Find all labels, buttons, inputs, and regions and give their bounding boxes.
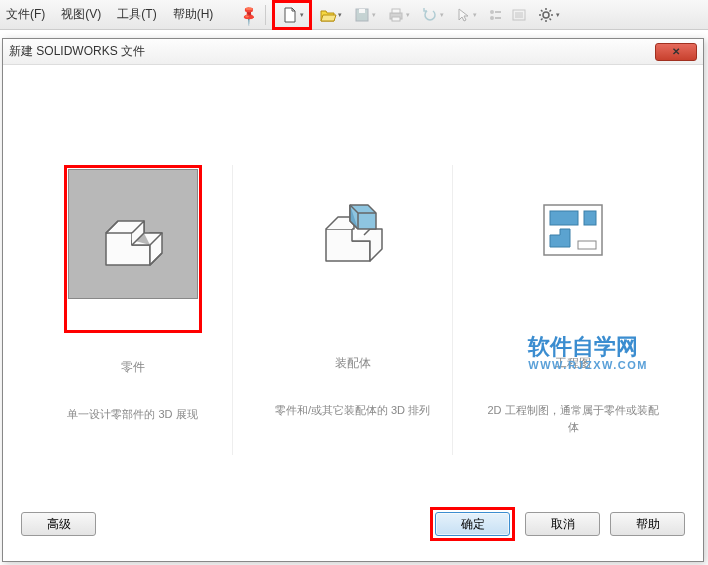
ok-button[interactable]: 确定 bbox=[435, 512, 510, 536]
dialog-body: 零件 单一设计零部件的 3D 展现 bbox=[3, 65, 703, 561]
chevron-down-icon: ▾ bbox=[300, 11, 304, 19]
chevron-down-icon: ▾ bbox=[473, 11, 477, 19]
open-button[interactable]: ▾ bbox=[314, 4, 346, 26]
svg-rect-23 bbox=[550, 211, 578, 225]
new-file-dialog: 新建 SOLIDWORKS 文件 ✕ bbox=[2, 38, 704, 562]
print-button[interactable]: ▾ bbox=[382, 4, 414, 26]
menu-help[interactable]: 帮助(H) bbox=[173, 6, 214, 23]
drawing-icon-wrap bbox=[508, 165, 638, 295]
dialog-title-text: 新建 SOLIDWORKS 文件 bbox=[9, 43, 145, 60]
chevron-down-icon: ▾ bbox=[372, 11, 376, 19]
assembly-icon-wrap bbox=[288, 165, 418, 295]
assembly-title: 装配体 bbox=[335, 355, 371, 372]
svg-line-20 bbox=[541, 18, 543, 20]
svg-rect-8 bbox=[495, 17, 501, 19]
menubar: 文件(F) 视图(V) 工具(T) 帮助(H) 📌 ▾ ▾ ▾ ▾ ▾ ▾ bbox=[0, 0, 708, 30]
highlight-part-option bbox=[64, 165, 202, 333]
svg-point-5 bbox=[490, 10, 494, 14]
dialog-titlebar: 新建 SOLIDWORKS 文件 ✕ bbox=[3, 39, 703, 65]
chevron-down-icon: ▾ bbox=[440, 11, 444, 19]
close-button[interactable]: ✕ bbox=[655, 43, 697, 61]
print-icon bbox=[387, 6, 405, 24]
button-row: 高级 确定 取消 帮助 bbox=[3, 495, 703, 561]
svg-line-18 bbox=[541, 10, 543, 12]
part-icon-wrap bbox=[68, 169, 198, 299]
new-file-button[interactable]: ▾ bbox=[276, 4, 308, 26]
assembly-desc: 零件和/或其它装配体的 3D 排列 bbox=[275, 402, 430, 419]
cursor-icon bbox=[456, 7, 472, 23]
open-folder-icon bbox=[319, 6, 337, 24]
svg-rect-3 bbox=[392, 9, 400, 13]
svg-point-13 bbox=[543, 12, 549, 18]
svg-line-19 bbox=[549, 18, 551, 20]
options-button[interactable] bbox=[508, 4, 530, 26]
list-icon bbox=[511, 7, 527, 23]
part-title: 零件 bbox=[121, 359, 145, 376]
drawing-title: 工程图 bbox=[555, 355, 591, 372]
highlight-ok-button: 确定 bbox=[430, 507, 515, 541]
chevron-down-icon: ▾ bbox=[338, 11, 342, 19]
highlight-new-file: ▾ bbox=[272, 0, 312, 30]
svg-rect-1 bbox=[359, 9, 365, 13]
part-desc: 单一设计零部件的 3D 展现 bbox=[67, 406, 197, 423]
chevron-down-icon: ▾ bbox=[556, 11, 560, 19]
chevron-down-icon: ▾ bbox=[406, 11, 410, 19]
svg-rect-7 bbox=[495, 11, 501, 13]
help-button[interactable]: 帮助 bbox=[610, 512, 685, 536]
svg-rect-4 bbox=[392, 17, 400, 21]
settings-button[interactable]: ▾ bbox=[532, 4, 564, 26]
undo-button[interactable]: ▾ bbox=[416, 4, 448, 26]
menu-view[interactable]: 视图(V) bbox=[61, 6, 101, 23]
rebuild-button[interactable] bbox=[484, 4, 506, 26]
options-row: 零件 单一设计零部件的 3D 展现 bbox=[3, 65, 703, 495]
advanced-button[interactable]: 高级 bbox=[21, 512, 96, 536]
menu-text-group: 文件(F) 视图(V) 工具(T) 帮助(H) bbox=[6, 6, 213, 23]
menu-file[interactable]: 文件(F) bbox=[6, 6, 45, 23]
close-icon: ✕ bbox=[672, 46, 680, 57]
part-icon bbox=[88, 189, 178, 279]
menu-tools[interactable]: 工具(T) bbox=[117, 6, 156, 23]
undo-icon bbox=[421, 6, 439, 24]
separator bbox=[265, 5, 266, 25]
option-part[interactable]: 零件 单一设计零部件的 3D 展现 bbox=[33, 165, 233, 455]
gear-icon bbox=[537, 6, 555, 24]
option-drawing[interactable]: 工程图 2D 工程制图，通常属于零件或装配体 bbox=[473, 165, 673, 455]
assembly-icon bbox=[308, 185, 398, 275]
new-file-icon bbox=[281, 6, 299, 24]
option-assembly[interactable]: 装配体 零件和/或其它装配体的 3D 排列 bbox=[253, 165, 453, 455]
svg-rect-24 bbox=[584, 211, 596, 225]
drawing-desc: 2D 工程制图，通常属于零件或装配体 bbox=[483, 402, 663, 435]
save-button[interactable]: ▾ bbox=[348, 4, 380, 26]
rebuild-icon bbox=[487, 7, 503, 23]
drawing-icon bbox=[528, 185, 618, 275]
svg-point-6 bbox=[490, 16, 494, 20]
pin-button[interactable]: 📌 bbox=[237, 4, 259, 26]
save-icon bbox=[353, 6, 371, 24]
select-button[interactable]: ▾ bbox=[450, 4, 482, 26]
pin-icon: 📌 bbox=[237, 3, 260, 26]
svg-line-21 bbox=[549, 10, 551, 12]
cancel-button[interactable]: 取消 bbox=[525, 512, 600, 536]
